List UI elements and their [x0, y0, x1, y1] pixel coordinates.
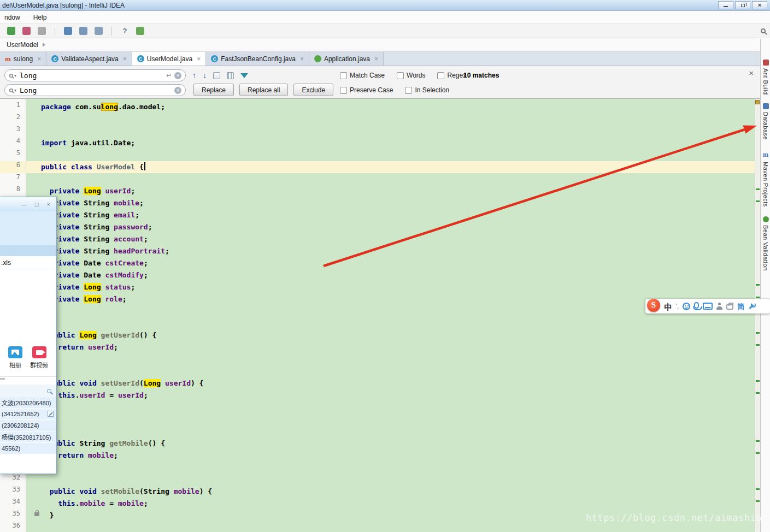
- breadcrumb[interactable]: UserModel: [3, 40, 42, 50]
- replace-input[interactable]: [17, 86, 174, 94]
- search-match-marker[interactable]: [756, 392, 760, 394]
- newline-icon[interactable]: ↵: [166, 72, 172, 79]
- search-input[interactable]: [17, 72, 166, 80]
- qq-close-icon[interactable]: ×: [47, 202, 50, 208]
- wrench-icon[interactable]: [748, 303, 756, 310]
- qq-contact-row[interactable]: 杨傑(3520817105): [0, 431, 56, 442]
- inspection-status-indicator[interactable]: [755, 100, 760, 104]
- tab-application-java[interactable]: Application.java×: [309, 52, 384, 66]
- qq-file-item[interactable]: .xls: [0, 256, 56, 269]
- replace-button[interactable]: Replace: [193, 84, 234, 96]
- tab-close-icon[interactable]: ×: [37, 56, 41, 62]
- pink-flower-icon[interactable]: [22, 27, 31, 35]
- filter-icon[interactable]: [240, 73, 248, 78]
- stop-icon[interactable]: [38, 27, 46, 35]
- clear-search-icon[interactable]: ×: [174, 72, 181, 79]
- qq-search-row[interactable]: [0, 385, 56, 397]
- plugin-icon[interactable]: [136, 27, 144, 35]
- qq-action-label: 相册: [9, 360, 21, 369]
- code-area[interactable]: package com.sulong.dao.model;import java…: [26, 99, 760, 532]
- tab-sulong[interactable]: msulong×: [0, 52, 46, 66]
- checkbox-words[interactable]: Words: [397, 72, 425, 79]
- tab-close-icon[interactable]: ×: [197, 56, 201, 62]
- search-match-marker[interactable]: [756, 332, 760, 334]
- run-settings-icon[interactable]: [7, 27, 15, 35]
- ime-punctuation-mode[interactable]: ’,: [675, 303, 679, 310]
- editor[interactable]: 1234567891011121314151617181920212223242…: [0, 99, 760, 532]
- close-find-bar-icon[interactable]: ×: [749, 69, 754, 77]
- search-match-marker[interactable]: [756, 488, 760, 490]
- checkbox-box[interactable]: [340, 72, 347, 79]
- keyboard-icon[interactable]: [703, 303, 713, 310]
- search-match-marker[interactable]: [756, 440, 760, 442]
- search-match-marker[interactable]: [756, 297, 760, 298]
- qq-contact-row[interactable]: 文波(2030206480): [0, 397, 56, 408]
- checkbox-preserve-case[interactable]: Preserve Case: [340, 86, 393, 94]
- search-everywhere-icon[interactable]: [761, 27, 766, 35]
- search-match-marker[interactable]: [756, 188, 760, 190]
- tool-window-button-database[interactable]: Database: [761, 103, 770, 140]
- tool-window-button-maven-projects[interactable]: mMaven Projects: [761, 151, 770, 207]
- tool-window-button-bean-validation[interactable]: Bean Validation: [761, 216, 770, 271]
- sogou-logo-icon[interactable]: S: [647, 299, 660, 312]
- tab-label: ValidateAspect.java: [61, 55, 119, 63]
- tab-validateaspect-java[interactable]: CValidateAspect.java×: [46, 52, 132, 66]
- tool-window-button-ant-build[interactable]: Ant Build: [761, 60, 770, 95]
- skin-icon[interactable]: [716, 303, 722, 310]
- search-match-marker[interactable]: [756, 380, 760, 382]
- search-history-dropdown-icon[interactable]: ▾: [14, 73, 16, 78]
- checkbox-regex[interactable]: Regex: [437, 72, 466, 79]
- search-match-marker[interactable]: [756, 452, 760, 454]
- tab-close-icon[interactable]: ×: [300, 56, 304, 62]
- ime-language-mode[interactable]: 中: [664, 301, 672, 312]
- tab-close-icon[interactable]: ×: [123, 56, 127, 62]
- checkbox-box[interactable]: [397, 72, 404, 79]
- search-field[interactable]: ▾ ↵ ×: [4, 69, 186, 81]
- minimize-button[interactable]: [718, 1, 733, 9]
- clear-replace-icon[interactable]: ×: [174, 87, 181, 94]
- help-icon[interactable]: ?: [121, 27, 129, 35]
- build-icon[interactable]: [64, 27, 72, 35]
- search-match-marker[interactable]: [756, 344, 760, 346]
- restore-button[interactable]: [735, 1, 750, 9]
- edit-icon[interactable]: [48, 411, 54, 417]
- previous-occurrence-icon[interactable]: ↑: [192, 71, 196, 80]
- copy-icon[interactable]: [79, 27, 87, 35]
- close-button[interactable]: ×: [752, 1, 767, 9]
- highlight-results-icon[interactable]: [227, 72, 234, 79]
- replace-field[interactable]: ▾ ×: [4, 84, 186, 96]
- menu-item-ndow[interactable]: ndow: [2, 13, 22, 22]
- toolbox-icon[interactable]: [726, 304, 733, 310]
- search-match-marker[interactable]: [756, 500, 760, 502]
- menu-item-help[interactable]: Help: [31, 13, 49, 22]
- code-line: import java.util.Date;: [26, 137, 760, 149]
- checkbox-box[interactable]: [405, 87, 412, 94]
- qq-minimize-icon[interactable]: —: [21, 202, 27, 208]
- qq-action-相册[interactable]: 相册: [8, 346, 22, 369]
- scrollbar-markers[interactable]: [755, 99, 760, 532]
- tab-close-icon[interactable]: ×: [374, 56, 378, 62]
- tab-fastjsonbeanconfig-java[interactable]: CFastJsonBeanConfig.java×: [206, 52, 309, 66]
- line-number: 2: [0, 113, 26, 125]
- search-match-marker[interactable]: [756, 284, 760, 286]
- checkbox-box[interactable]: [340, 87, 347, 94]
- export-icon[interactable]: [95, 27, 103, 35]
- qq-maximize-icon[interactable]: □: [35, 202, 39, 208]
- emoji-icon[interactable]: [683, 303, 690, 310]
- simplified-chinese-mode[interactable]: 简: [737, 301, 744, 311]
- replace-all-button[interactable]: Replace all: [239, 84, 288, 96]
- microphone-icon[interactable]: [694, 302, 699, 309]
- search-match-marker[interactable]: [756, 200, 760, 202]
- checkbox-box[interactable]: [437, 72, 444, 79]
- qq-contact-row[interactable]: (2306208124): [0, 420, 56, 431]
- find-all-occurrences-icon[interactable]: [213, 72, 220, 79]
- replace-history-dropdown-icon[interactable]: ▾: [14, 88, 16, 93]
- checkbox-match-case[interactable]: Match Case: [340, 72, 385, 79]
- exclude-button[interactable]: Exclude: [293, 84, 333, 96]
- next-occurrence-icon[interactable]: ↓: [203, 71, 207, 80]
- qq-contact-row[interactable]: 45562): [0, 443, 56, 454]
- checkbox-in-selection[interactable]: In Selection: [405, 86, 449, 94]
- qq-contact-row[interactable]: (3412521652): [0, 409, 56, 419]
- tab-usermodel-java[interactable]: CUserModel.java×: [132, 52, 206, 66]
- qq-action-群视频[interactable]: 群视频: [30, 346, 48, 369]
